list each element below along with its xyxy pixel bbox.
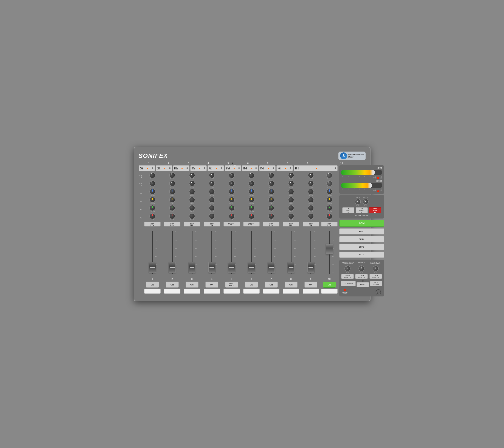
ch1-trim-knob[interactable] xyxy=(149,205,155,211)
ch1-on-btn[interactable]: ON xyxy=(146,282,159,288)
ch5-aux1-knob[interactable] xyxy=(227,171,235,179)
pgm-guest-knob[interactable] xyxy=(343,264,352,272)
ch8-hf-knob[interactable] xyxy=(288,189,294,195)
ch3-fader-handle[interactable] xyxy=(189,262,196,273)
ch6-fader-handle[interactable] xyxy=(248,262,255,273)
ch6-hf-knob[interactable] xyxy=(249,189,254,195)
ch4-fader-handle[interactable] xyxy=(208,262,215,273)
monitor-knob[interactable] xyxy=(358,265,365,272)
ch5-trim-knob[interactable] xyxy=(229,205,235,211)
ch3-aux2-knob[interactable] xyxy=(188,179,196,188)
ch1-pan-knob[interactable] xyxy=(149,213,155,219)
ch5-hf-knob[interactable] xyxy=(229,189,235,195)
ch7-lf-knob[interactable] xyxy=(268,197,274,203)
presenter-auto-cue-btn[interactable]: AUTOCUE/PFL xyxy=(369,274,382,279)
ch10-hf-knob[interactable] xyxy=(326,189,332,195)
ch5-aux2-knob[interactable] xyxy=(227,179,235,188)
ch3-hf-knob[interactable] xyxy=(189,189,195,195)
ch9-trim-knob[interactable] xyxy=(308,205,314,211)
ch5-fader-handle[interactable] xyxy=(228,262,235,273)
ch5-lf-knob[interactable] xyxy=(229,197,235,203)
ch9-bal-knob[interactable] xyxy=(308,213,314,219)
pre-post-btn2[interactable]: PRE POST ⚙ xyxy=(356,207,368,213)
ch9-hf-knob[interactable] xyxy=(308,189,314,195)
pgm-output-btn[interactable]: PGM xyxy=(339,220,384,227)
mute-btn[interactable]: MUTE xyxy=(357,282,369,287)
ch1-lf-knob[interactable] xyxy=(149,197,155,203)
ch4-input-btn[interactable]: MICLINE ⚙ xyxy=(190,165,207,171)
ch2-hf-knob[interactable] xyxy=(169,189,175,195)
ch10-bal-knob[interactable] xyxy=(326,213,332,219)
ch9-cue-btn[interactable]: CUEPFL xyxy=(303,222,319,227)
ch4-pan-knob[interactable] xyxy=(209,213,215,219)
ch5-pan-knob[interactable] xyxy=(229,213,235,219)
ch10-aux2-knob[interactable] xyxy=(325,179,333,188)
ch1-aux2-knob[interactable] xyxy=(148,179,156,188)
ch4-on-btn[interactable]: ON xyxy=(205,282,218,288)
ch2-lf-knob[interactable] xyxy=(169,197,175,203)
ch4-trim-knob[interactable] xyxy=(209,205,215,211)
ch4-cue-btn[interactable]: CUEPFL xyxy=(204,222,220,227)
ch1-input-btn[interactable]: MICLINE ⚙ xyxy=(139,165,155,171)
ch7-fader-handle[interactable] xyxy=(268,262,275,273)
ch3-aux1-knob[interactable] xyxy=(188,171,196,179)
ch9-aux2-knob[interactable] xyxy=(306,179,315,188)
ch8-input-btn[interactable]: INP 1INP 2 ⚙ xyxy=(259,165,276,171)
ch10-input-btn[interactable]: INP 1INP 2 ⚙ xyxy=(294,165,338,171)
ch4-aux2-knob[interactable] xyxy=(208,179,216,188)
ch8-fader-handle[interactable] xyxy=(288,262,294,273)
ch6-aux2-knob[interactable] xyxy=(247,179,255,188)
ch3-on-btn[interactable]: ON xyxy=(186,282,198,288)
talkback-btn[interactable]: TALKBACK xyxy=(341,281,356,286)
ch7-hf-knob[interactable] xyxy=(268,189,274,195)
ch1-hf-knob[interactable] xyxy=(149,189,155,195)
ch8-on-btn[interactable]: ON xyxy=(285,282,298,288)
ch5-cue-btn[interactable]: CUE/PFL& T/B xyxy=(223,222,240,227)
ch3-input-btn[interactable]: MICLINE ⚙ xyxy=(173,165,189,171)
ch6-on-btn[interactable]: ON xyxy=(245,282,258,288)
ch8-cue-btn[interactable]: CUEPFL xyxy=(283,222,299,227)
ch7-trim-knob[interactable] xyxy=(268,205,274,211)
ext2-output-routing-btn[interactable]: EXT 2 xyxy=(339,252,384,258)
ch10-cue-btn[interactable]: CUEPFL xyxy=(321,222,338,227)
ch8-lf-knob[interactable] xyxy=(288,197,294,203)
pgm-auto-cue-btn[interactable]: AUTOCUE/PFL xyxy=(341,274,354,279)
ch4-lf-knob[interactable] xyxy=(209,197,215,203)
ch10-fader-handle[interactable] xyxy=(326,244,333,254)
aux1-output-knob[interactable] xyxy=(354,198,362,206)
ch8-aux2-knob[interactable] xyxy=(287,179,295,188)
ch2-aux1-knob[interactable] xyxy=(168,171,176,179)
ch6-aux1-knob[interactable] xyxy=(247,171,255,179)
ch2-fader-handle[interactable] xyxy=(169,262,176,273)
ch7-input-btn[interactable]: INP 1INP 2 ⚙ xyxy=(242,165,258,171)
ch10-on-btn[interactable]: ON xyxy=(323,282,336,288)
ch2-trim-knob[interactable] xyxy=(169,205,175,211)
ch5-input-btn[interactable]: MICTEL ⚙ xyxy=(208,165,224,171)
ch10-aux1-knob[interactable] xyxy=(325,171,333,179)
ext1-output-routing-btn[interactable]: EXT 1 xyxy=(339,244,384,250)
ch9-input-btn[interactable]: INP 1INP 2 ⚙ xyxy=(276,165,293,171)
ch7-on-btn[interactable]: ON xyxy=(265,282,278,288)
ch6-bal-knob[interactable] xyxy=(249,213,254,219)
ch6-input-btn[interactable]: DROP-IN INP 1Sr C/F ⚙ xyxy=(225,165,241,171)
ch2-aux2-knob[interactable] xyxy=(168,179,176,188)
aux2-output-routing-btn[interactable]: AUX 2 xyxy=(339,236,384,242)
ch9-fader-handle[interactable] xyxy=(307,262,314,273)
ch6-cue-btn[interactable]: CUE/PFL& T/B xyxy=(243,222,260,227)
split-cue-btn[interactable]: SPLITCUE/PFL xyxy=(370,281,382,286)
ch10-trim-knob[interactable] xyxy=(325,204,333,212)
ch7-bal-knob[interactable] xyxy=(268,213,274,219)
ch9-on-btn[interactable]: ON xyxy=(305,282,317,288)
ch8-bal-knob[interactable] xyxy=(288,213,294,219)
ch9-aux1-knob[interactable] xyxy=(306,171,315,179)
ch5-on-btn[interactable]: LINEHOLD xyxy=(225,282,238,288)
ch7-cue-btn[interactable]: CUEPFL xyxy=(263,222,279,227)
pre-post-btn1[interactable]: PRE POST ⚙ xyxy=(342,207,354,213)
ch7-aux2-knob[interactable] xyxy=(267,179,275,188)
ch10-lf-knob[interactable] xyxy=(326,197,332,203)
ch4-hf-knob[interactable] xyxy=(209,189,215,195)
ch1-fader-handle[interactable] xyxy=(149,262,156,273)
ch3-lf-knob[interactable] xyxy=(189,197,195,203)
ch4-aux1-knob[interactable] xyxy=(208,171,216,179)
ch8-trim-knob[interactable] xyxy=(288,205,294,211)
